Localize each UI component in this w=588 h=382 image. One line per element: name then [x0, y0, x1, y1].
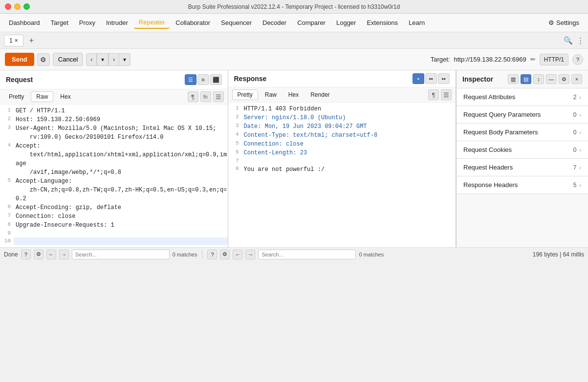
chevron-right-icon: ›	[113, 56, 115, 63]
bottom-back-icon[interactable]: ←	[46, 250, 56, 259]
response-back-icon[interactable]: ←	[233, 250, 242, 259]
gear-small-icon: ⚙	[40, 56, 46, 64]
inspector-view-btn-2[interactable]: ▤	[521, 74, 531, 84]
request-search-input[interactable]	[72, 250, 170, 259]
inspector-section-cookies: Request Cookies 0 ›	[457, 141, 588, 159]
nav-fwd-button[interactable]: ›	[109, 53, 119, 66]
inspector-settings-btn[interactable]: ⚙	[559, 74, 569, 84]
request-word-wrap-icon[interactable]: ¶	[188, 91, 198, 102]
chevron-down-icon: ▾	[101, 56, 104, 63]
menu-decoder[interactable]: Decoder	[258, 17, 291, 28]
request-view-lines[interactable]: ≡	[197, 74, 209, 85]
cancel-button[interactable]: Cancel	[53, 53, 83, 66]
traffic-lights	[5, 3, 30, 10]
code-line: 1 GET / HTTP/1.1	[0, 106, 228, 115]
menu-dashboard[interactable]: Dashboard	[4, 17, 45, 28]
inspector-view-btn-1[interactable]: ▥	[508, 74, 519, 84]
response-word-wrap-icon[interactable]: ¶	[428, 89, 439, 100]
response-more-icon[interactable]: ☰	[441, 89, 452, 100]
chevron-down-icon3: ›	[579, 129, 581, 135]
send-button[interactable]: Send	[5, 53, 34, 66]
request-more-icon[interactable]: ☰	[213, 91, 224, 102]
chevron-left-icon: ‹	[90, 56, 92, 63]
request-tab-hex[interactable]: Hex	[55, 92, 75, 102]
menu-repeater[interactable]: Repeater	[134, 17, 170, 29]
response-matches-text: 0 matches	[359, 252, 384, 257]
tab-1[interactable]: 1 ×	[4, 35, 23, 46]
bottom-settings-icon[interactable]: ⚙	[34, 250, 44, 259]
tabbar-right: 🔍 ⋮	[564, 36, 584, 45]
menu-target[interactable]: Target	[46, 17, 73, 28]
tab-label: 1	[9, 37, 13, 44]
menu-learn[interactable]: Learn	[404, 17, 430, 28]
response-view-list[interactable]: ▪	[413, 73, 424, 84]
request-tab-right: ¶ fn ☰	[188, 91, 224, 102]
response-view-block[interactable]: ▪▪	[438, 73, 450, 84]
inspector-close-btn[interactable]: ×	[571, 74, 582, 84]
request-view-list[interactable]: ☰	[185, 74, 196, 85]
menu-collaborator[interactable]: Collaborator	[171, 17, 215, 28]
http-version-selector[interactable]: HTTP/1	[540, 54, 568, 65]
edit-icon[interactable]: ✏	[530, 56, 536, 63]
inspector-row-attributes[interactable]: Request Attributes 2 ›	[457, 88, 588, 106]
response-tab-raw[interactable]: Raw	[260, 90, 282, 100]
nav-fwd-dropdown-button[interactable]: ▾	[119, 53, 131, 66]
response-search-input[interactable]	[258, 250, 356, 259]
gear-icon: ⚙	[548, 19, 554, 26]
inspector-badge-query: 0 ›	[573, 111, 581, 118]
menu-proxy[interactable]: Proxy	[74, 17, 100, 28]
response-search-settings-icon[interactable]: ⚙	[220, 250, 230, 259]
request-tabs: Pretty Raw Hex ¶ fn ☰	[0, 89, 228, 105]
inspector-sort-btn[interactable]: ↕	[533, 74, 544, 84]
minimize-button[interactable]	[14, 3, 21, 10]
code-line: 2 Server: nginx/1.18.0 (Ubuntu)	[228, 113, 456, 122]
response-code-area[interactable]: 1 HTTP/1.1 403 Forbidden 2 Server: nginx…	[228, 103, 456, 247]
code-line: 7 Connection: close	[0, 212, 228, 221]
menu-intruder[interactable]: Intruder	[101, 17, 133, 28]
maximize-button[interactable]	[23, 3, 30, 10]
more-icon[interactable]: ⋮	[577, 36, 584, 45]
badge-num-attributes: 2	[573, 94, 577, 101]
code-line: 7	[228, 157, 456, 165]
inspector-section-query: Request Query Parameters 0 ›	[457, 106, 588, 124]
bottom-help-icon[interactable]: ?	[21, 250, 31, 259]
menu-logger[interactable]: Logger	[331, 17, 361, 28]
request-code-area[interactable]: 1 GET / HTTP/1.1 2 Host: 159.138.22.50:6…	[0, 105, 228, 247]
inspector-row-query[interactable]: Request Query Parameters 0 ›	[457, 106, 588, 123]
inspector-row-req-headers[interactable]: Request Headers 7 ›	[457, 159, 588, 176]
response-tab-render[interactable]: Render	[305, 90, 334, 100]
menu-extensions[interactable]: Extensions	[362, 17, 403, 28]
tab-add-button[interactable]: +	[25, 34, 38, 47]
help-button[interactable]: ?	[572, 54, 583, 65]
request-fn-icon[interactable]: fn	[200, 91, 211, 102]
response-panel: Response ▪ ▪▪ ▪▪ Pretty Raw Hex Render ¶…	[228, 70, 457, 247]
size-info: 196 bytes | 64 millis	[533, 251, 584, 258]
response-tab-pretty[interactable]: Pretty	[232, 89, 258, 100]
request-tab-raw[interactable]: Raw	[31, 91, 53, 102]
tabbar: 1 × + 🔍 ⋮	[0, 32, 588, 49]
tab-close[interactable]: ×	[15, 37, 18, 44]
menu-sequencer[interactable]: Sequencer	[216, 17, 257, 28]
response-view-grid[interactable]: ▪▪	[425, 73, 437, 84]
response-help-icon[interactable]: ?	[207, 250, 217, 259]
inspector-row-body[interactable]: Request Body Parameters 0 ›	[457, 124, 588, 141]
code-line: 9	[0, 230, 228, 237]
nav-dropdown-button[interactable]: ▾	[97, 53, 109, 66]
close-button[interactable]	[5, 3, 11, 10]
settings-button[interactable]: ⚙ Settings	[544, 17, 584, 28]
request-tab-pretty[interactable]: Pretty	[4, 92, 29, 102]
bottom-fwd-icon[interactable]: →	[59, 250, 69, 259]
send-settings-button[interactable]: ⚙	[37, 53, 50, 66]
inspector-row-cookies[interactable]: Request Cookies 0 ›	[457, 141, 588, 158]
inspector-row-resp-headers[interactable]: Response Headers 5 ›	[457, 176, 588, 193]
inspector-filter-btn[interactable]: —	[546, 74, 557, 84]
request-view-wrap[interactable]: ⬛	[210, 74, 222, 85]
inspector-label-attributes: Request Attributes	[463, 93, 515, 101]
nav-back-button[interactable]: ‹	[86, 53, 97, 66]
menu-comparer[interactable]: Comparer	[292, 17, 330, 28]
search-icon[interactable]: 🔍	[564, 36, 573, 45]
response-tab-hex[interactable]: Hex	[283, 90, 304, 100]
chevron-down-icon4: ›	[579, 147, 581, 153]
chevron-down-icon: ›	[579, 94, 581, 100]
response-fwd-icon[interactable]: →	[245, 250, 255, 259]
